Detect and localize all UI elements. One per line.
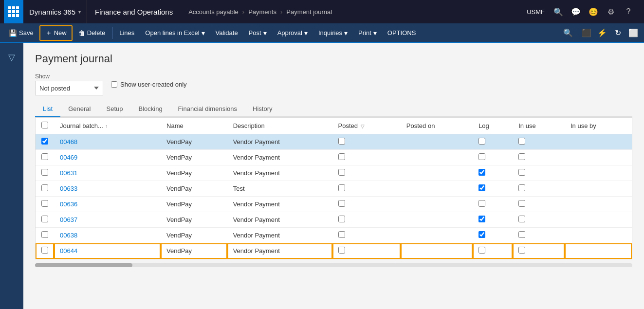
row-select-checkbox[interactable] [41, 153, 48, 160]
tab-history[interactable]: History [245, 101, 280, 117]
description-header[interactable]: Description [227, 118, 332, 134]
row-select-checkbox[interactable] [41, 184, 48, 191]
row-select-checkbox[interactable] [41, 216, 48, 222]
dynamics-nav[interactable]: Dynamics 365 ▾ [23, 0, 87, 23]
in-use-checkbox[interactable] [518, 247, 525, 254]
log-checkbox[interactable] [478, 200, 485, 207]
user-nav-button[interactable]: 😊 [586, 4, 601, 19]
tab-blocking[interactable]: Blocking [130, 101, 170, 117]
journal-batch-link[interactable]: 00631 [60, 169, 77, 177]
row-select-checkbox[interactable] [41, 169, 48, 176]
log-checkbox[interactable] [478, 153, 485, 160]
table-row[interactable]: 00631VendPayVendor Payment [36, 165, 632, 181]
in-use-checkbox[interactable] [518, 184, 525, 191]
lines-button[interactable]: Lines [114, 25, 139, 41]
posted-checkbox[interactable] [338, 184, 345, 191]
log-header[interactable]: Log [473, 118, 513, 134]
journal-batch-link[interactable]: 00636 [60, 200, 77, 208]
row-select-checkbox[interactable] [41, 138, 48, 145]
in-use-header[interactable]: In use [513, 118, 565, 134]
breadcrumb-payments[interactable]: Payments [248, 8, 276, 16]
posted-checkbox[interactable] [338, 231, 345, 238]
in-use-checkbox[interactable] [518, 138, 525, 145]
posted-on-header[interactable]: Posted on [401, 118, 473, 134]
posted-checkbox[interactable] [338, 138, 345, 145]
in-use-by-cell [565, 165, 632, 181]
journal-batch-link[interactable]: 00644 [60, 247, 77, 254]
journal-batch-link[interactable]: 00468 [60, 138, 77, 145]
validate-button[interactable]: Validate [211, 25, 243, 41]
posted-checkbox[interactable] [338, 200, 345, 207]
posted-checkbox[interactable] [338, 216, 345, 222]
breadcrumb-payment-journal[interactable]: Payment journal [286, 8, 332, 16]
in-use-checkbox[interactable] [518, 200, 525, 207]
log-checkbox[interactable] [478, 231, 485, 238]
posted-checkbox[interactable] [338, 153, 345, 160]
refresh-icon[interactable]: ↻ [611, 26, 625, 40]
in-use-checkbox[interactable] [518, 153, 525, 160]
select-all-checkbox[interactable] [41, 122, 48, 128]
delete-button[interactable]: 🗑 Delete [74, 25, 110, 41]
table-row[interactable]: 00468VendPayVendor Payment [36, 134, 632, 150]
table-row[interactable]: 00469VendPayVendor Payment [36, 150, 632, 165]
in-use-by-header[interactable]: In use by [565, 118, 632, 134]
posted-header[interactable]: Posted ▽ [332, 118, 401, 134]
user-created-checkbox[interactable] [111, 81, 117, 88]
in-use-checkbox[interactable] [518, 169, 525, 176]
journal-batch-link[interactable]: 00638 [60, 232, 77, 239]
table-row[interactable]: 00637VendPayVendor Payment [36, 212, 632, 228]
user-created-checkbox-label[interactable]: Show user-created only [111, 81, 187, 88]
tab-list[interactable]: List [35, 101, 60, 117]
help-nav-button[interactable]: ? [621, 4, 636, 19]
settings-nav-button[interactable]: ⚙ [603, 4, 619, 19]
office-icon[interactable]: ⬛ [580, 26, 593, 40]
in-use-checkbox[interactable] [518, 216, 525, 222]
table-row[interactable]: 00636VendPayVendor Payment [36, 197, 632, 212]
row-select-checkbox[interactable] [41, 231, 48, 238]
table-row[interactable]: 00633VendPayTest [36, 181, 632, 197]
filter-sidebar-icon[interactable]: ▽ [3, 49, 20, 66]
journal-batch-header[interactable]: Journal batch...↑ [54, 118, 161, 134]
journal-batch-link[interactable]: 00633 [60, 185, 77, 192]
table-row[interactable]: 00638VendPayVendor Payment [36, 228, 632, 243]
content-area: Payment journal Show Not posted All Post… [23, 43, 644, 309]
posted-checkbox[interactable] [338, 169, 345, 176]
log-checkbox[interactable] [478, 184, 485, 191]
in-use-cell [513, 243, 565, 259]
table-row[interactable]: 00644VendPayVendor Payment [36, 243, 632, 259]
search-nav-button[interactable]: 🔍 [551, 4, 566, 19]
tab-financial-dimensions[interactable]: Financial dimensions [170, 101, 245, 117]
select-all-header[interactable] [36, 118, 54, 134]
message-nav-button[interactable]: 💬 [568, 4, 584, 19]
fullscreen-icon[interactable]: ⬜ [626, 26, 640, 40]
name-cell: VendPay [161, 243, 227, 259]
save-button[interactable]: 💾 Save [4, 25, 38, 41]
breadcrumb-accounts-payable[interactable]: Accounts payable [188, 8, 239, 16]
in-use-checkbox[interactable] [518, 231, 525, 238]
posted-checkbox[interactable] [338, 247, 345, 254]
flash-icon[interactable]: ⚡ [595, 26, 609, 40]
tab-setup[interactable]: Setup [98, 101, 130, 117]
journal-batch-link[interactable]: 00469 [60, 154, 77, 161]
waffle-button[interactable] [4, 0, 23, 23]
row-select-checkbox[interactable] [41, 200, 48, 207]
tab-general[interactable]: General [60, 101, 98, 117]
show-filter-select[interactable]: Not posted All Posted [35, 81, 103, 95]
horizontal-scrollbar[interactable] [35, 263, 632, 267]
scrollbar-thumb[interactable] [35, 263, 132, 267]
log-checkbox[interactable] [478, 169, 485, 176]
row-select-checkbox[interactable] [41, 247, 48, 254]
print-button[interactable]: Print ▾ [353, 25, 382, 41]
log-checkbox[interactable] [478, 216, 485, 222]
name-header[interactable]: Name [161, 118, 227, 134]
inquiries-button[interactable]: Inquiries ▾ [313, 25, 352, 41]
toolbar-search-button[interactable]: 🔍 [561, 26, 575, 40]
log-checkbox[interactable] [478, 247, 485, 254]
new-button[interactable]: ＋ New [39, 25, 73, 41]
approval-button[interactable]: Approval ▾ [273, 25, 313, 41]
open-excel-button[interactable]: Open lines in Excel ▾ [140, 25, 209, 41]
options-button[interactable]: OPTIONS [383, 25, 421, 41]
log-checkbox[interactable] [478, 138, 485, 145]
post-button[interactable]: Post ▾ [244, 25, 272, 41]
journal-batch-link[interactable]: 00637 [60, 216, 77, 223]
